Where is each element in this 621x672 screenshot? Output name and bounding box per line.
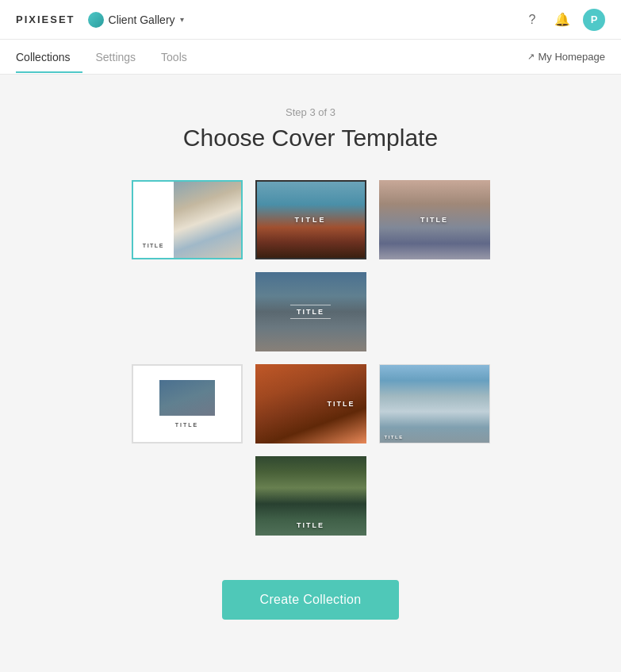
logo: PIXIESET [16,13,75,25]
help-icon[interactable]: ? [523,10,542,29]
template-1-title: TITLE [143,243,164,248]
avatar[interactable]: P [583,9,605,31]
template-row-3: TITLE TITLE TITLE [89,364,533,444]
template-7-title: TITLE [385,435,489,440]
header: PIXIESET Client Gallery ▾ ? 🔔 P [0,0,621,40]
template-row-1: TITLE TITLE TITLE [89,180,533,259]
nav-left: Collections Settings Tools [16,41,200,73]
step-label: Step 3 of 3 [286,106,335,118]
external-link-icon: ↗ [527,52,535,62]
create-collection-button[interactable]: Create Collection [222,580,400,620]
gallery-icon [88,12,104,28]
gallery-name: Client Gallery [109,13,175,26]
page-title: Choose Cover Template [183,125,438,152]
nav-item-collections[interactable]: Collections [16,41,82,73]
create-btn-wrap: Create Collection [222,580,400,620]
nav: Collections Settings Tools ↗ My Homepage [0,40,621,75]
chevron-down-icon: ▾ [180,15,184,24]
template-card-2[interactable]: TITLE [255,180,366,259]
gallery-selector[interactable]: Client Gallery ▾ [88,12,184,28]
template-card-3[interactable]: TITLE [379,180,490,259]
template-grid: TITLE TITLE TITLE [89,180,533,548]
template-5-title: TITLE [175,422,198,428]
template-6-title: TITLE [328,400,355,408]
template-2-title: TITLE [295,216,327,224]
template-card-5[interactable]: TITLE [132,364,243,444]
bell-icon[interactable]: 🔔 [553,10,572,29]
template-card-7[interactable]: TITLE [379,364,490,444]
nav-item-tools[interactable]: Tools [148,41,200,73]
my-homepage-link[interactable]: ↗ My Homepage [527,51,605,63]
template-1-right [174,182,240,258]
template-1-left: TITLE [133,182,174,258]
template-4-title: TITLE [290,305,331,319]
template-card-6[interactable]: TITLE [255,364,366,444]
main-content: Step 3 of 3 Choose Cover Template TITLE … [0,75,621,667]
nav-item-settings[interactable]: Settings [82,41,148,73]
template-card-8[interactable]: TITLE [255,456,366,536]
template-row-2: TITLE [89,272,533,351]
my-homepage-label: My Homepage [538,51,605,63]
template-8-title: TITLE [297,521,324,529]
template-card-1[interactable]: TITLE [132,180,243,259]
template-card-4[interactable]: TITLE [255,272,366,351]
template-row-4: TITLE [89,456,533,536]
template-3-title: TITLE [420,216,448,224]
header-right: ? 🔔 P [523,9,605,31]
template-5-photo [159,380,215,416]
header-left: PIXIESET Client Gallery ▾ [16,12,184,28]
